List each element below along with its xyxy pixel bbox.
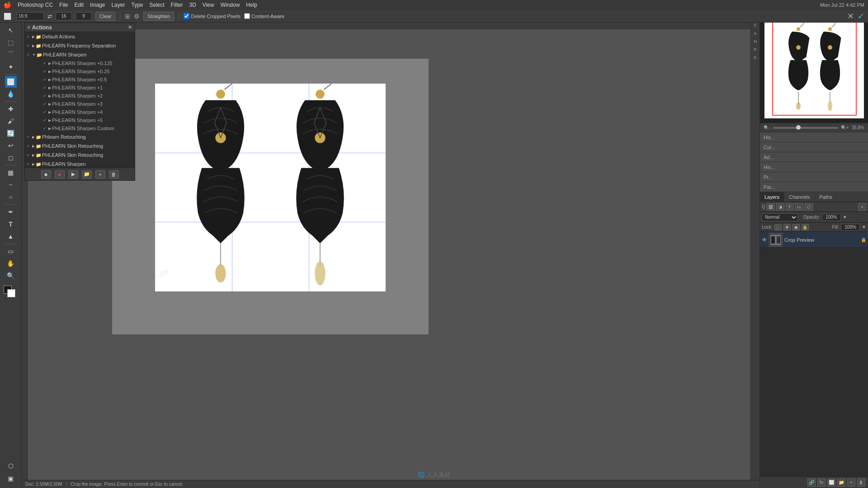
swap-icon[interactable]: ⇄ [47, 13, 52, 19]
side-col[interactable]: Col... [760, 142, 868, 152]
crop-tool-icon[interactable]: ⬜ [4, 13, 11, 20]
heal-tool[interactable]: ✚ [5, 103, 17, 115]
action-group-retouch1[interactable]: ✓ ▶ 📁 Phlearn Retouching [25, 132, 135, 141]
gradient-tool[interactable]: ▦ [5, 167, 17, 178]
navigator-preview[interactable] [760, 10, 868, 123]
filter-shape[interactable]: ▭ [795, 203, 803, 211]
action-sharpen-custom[interactable]: ✓ ▶ PHLEARN Sharpen Custom [25, 124, 135, 132]
lock-all[interactable]: 🔒 [802, 224, 809, 230]
action-group-sharpen[interactable]: ✓ ▼ 📂 PHLEARN Sharpen [25, 50, 135, 59]
crop-handle-tr[interactable] [381, 84, 386, 88]
tab-channels[interactable]: Channels [784, 192, 815, 202]
delete-cropped-checkbox[interactable] [184, 13, 189, 19]
straighten-button[interactable]: Straighten [143, 12, 174, 21]
new-layer-button[interactable]: + [847, 479, 855, 487]
adj-icon[interactable]: A [752, 30, 759, 37]
eraser-tool[interactable]: ◻ [5, 152, 17, 164]
blend-mode-select[interactable]: Normal [762, 213, 798, 221]
tab-paths[interactable]: Paths [815, 192, 837, 202]
grid-icon[interactable]: ⊞ [125, 13, 130, 20]
action-sharpen-2[interactable]: ✓ ▶ PHLEARN Sharpen +2 [25, 92, 135, 100]
col-icon[interactable]: C [752, 22, 759, 29]
blur-tool[interactable]: ~ [5, 179, 17, 191]
actions-panel-close[interactable]: ✕ [128, 24, 132, 30]
menu-3d[interactable]: 3D [189, 2, 196, 8]
new-group-button[interactable]: 📁 [837, 479, 845, 487]
add-fx-button[interactable]: fx [817, 479, 826, 487]
opacity-input[interactable] [822, 214, 841, 221]
action-sharpen-05[interactable]: ✓ ▶ PHLEARN Sharpen +0.5 [25, 75, 135, 84]
fill-input[interactable] [841, 224, 860, 231]
tab-layers[interactable]: Layers [760, 192, 784, 202]
apple-menu[interactable]: 🍎 [4, 1, 11, 9]
content-aware-checkbox[interactable] [244, 13, 250, 19]
action-group-skin2[interactable]: ✓ ▶ 📁 PHLEARN Skin Retouching [25, 150, 135, 160]
crop-handle-bm[interactable] [268, 289, 273, 291]
par-icon[interactable]: P [752, 54, 759, 61]
crop-handle-br[interactable] [381, 287, 386, 291]
menu-image[interactable]: Image [90, 2, 105, 8]
confirm-icon[interactable]: ✓ [858, 11, 864, 21]
menu-photoshop[interactable]: Photoshop CC [18, 2, 53, 8]
menu-layer[interactable]: Layer [111, 2, 125, 8]
stop-button[interactable]: ■ [41, 170, 51, 178]
filter-adj[interactable]: ◑ [776, 203, 784, 211]
text-tool[interactable]: T [5, 218, 17, 230]
menu-window[interactable]: Window [221, 2, 240, 8]
delete-action-button[interactable]: 🗑 [109, 170, 119, 178]
opacity-arrow[interactable]: ▼ [843, 215, 847, 220]
delete-layer-button[interactable]: 🗑 [857, 479, 865, 487]
eyedropper-tool[interactable]: 💧 [5, 88, 17, 100]
side-pr[interactable]: Pr... [760, 172, 868, 182]
pen-tool[interactable]: ✒ [5, 206, 17, 218]
crop-handle-mr[interactable] [383, 185, 386, 190]
cancel-icon[interactable]: ✕ [847, 11, 854, 21]
screen-mode-tool[interactable]: ▣ [5, 473, 17, 484]
filter-toggle[interactable]: ≡ [858, 203, 866, 211]
side-his2[interactable]: His... [760, 162, 868, 172]
clear-button[interactable]: Clear [95, 12, 115, 21]
history-brush-tool[interactable]: ↩ [5, 140, 17, 151]
background-color[interactable] [7, 289, 15, 297]
filter-smart[interactable]: ⬡ [805, 203, 813, 211]
zoom-slider[interactable] [773, 127, 838, 129]
side-par[interactable]: Par... [760, 182, 868, 192]
side-his[interactable]: His... [760, 132, 868, 142]
fill-arrow[interactable]: ▼ [862, 225, 866, 230]
action-group-skin1[interactable]: ✓ ▶ 📁 PHLEARN Skin Retouching [25, 141, 135, 150]
zoom-thumb[interactable] [796, 125, 801, 130]
menu-view[interactable]: View [203, 2, 214, 8]
crop-handle-ml[interactable] [155, 185, 158, 190]
his2-icon[interactable]: H [752, 38, 759, 45]
quick-mask-tool[interactable]: ⬡ [5, 460, 17, 472]
filter-kind[interactable]: 🖼 [767, 203, 775, 211]
layer-visibility-eye[interactable]: 👁 [762, 237, 767, 243]
add-mask-button[interactable]: ⬜ [827, 479, 835, 487]
lasso-tool[interactable]: ⌒ [5, 49, 17, 61]
play-button[interactable]: ▶ [68, 170, 78, 178]
crop-handle-tm[interactable] [268, 84, 273, 86]
menu-select[interactable]: Select [149, 2, 164, 8]
crop-handle-bl[interactable] [155, 287, 160, 291]
record-button[interactable]: ● [55, 170, 65, 178]
brush-tool[interactable]: 🖌 [5, 115, 17, 127]
filter-type[interactable]: T [786, 203, 794, 211]
path-select-tool[interactable]: ▲ [5, 230, 17, 242]
lock-pixels[interactable]: ⬚ [774, 224, 782, 230]
action-sharpen-5[interactable]: ✓ ▶ PHLEARN Sharpen +5 [25, 116, 135, 124]
shape-tool[interactable]: ▭ [5, 245, 17, 257]
menu-type[interactable]: Type [131, 2, 143, 8]
settings-icon[interactable]: ⚙ [134, 13, 140, 20]
ratio-input[interactable] [17, 12, 44, 20]
actions-panel-header[interactable]: ≡ Actions ✕ [25, 23, 135, 32]
move-tool[interactable]: ↖ [5, 24, 17, 36]
action-group-default[interactable]: ✓ ▶ 📁 Default Actions [25, 32, 135, 41]
action-group-sharpen2[interactable]: ✓ ▶ 📁 PHLEARN Sharpen [25, 160, 135, 168]
new-action-button[interactable]: + [95, 170, 105, 178]
action-sharpen-4[interactable]: ✓ ▶ PHLEARN Sharpen +4 [25, 108, 135, 116]
crop-handle-tl[interactable] [155, 84, 160, 88]
action-sharpen-0125[interactable]: ✓ ▶ PHLEARN Sharpen +0.125 [25, 59, 135, 67]
menu-edit[interactable]: Edit [74, 2, 84, 8]
main-canvas[interactable]: 人人素材 人人素材 人人素材 人人素材 人人素材 人人素材 人人素材 人人素材 … [112, 59, 429, 334]
action-sharpen-1[interactable]: ✓ ▶ PHLEARN Sharpen +1 [25, 84, 135, 92]
